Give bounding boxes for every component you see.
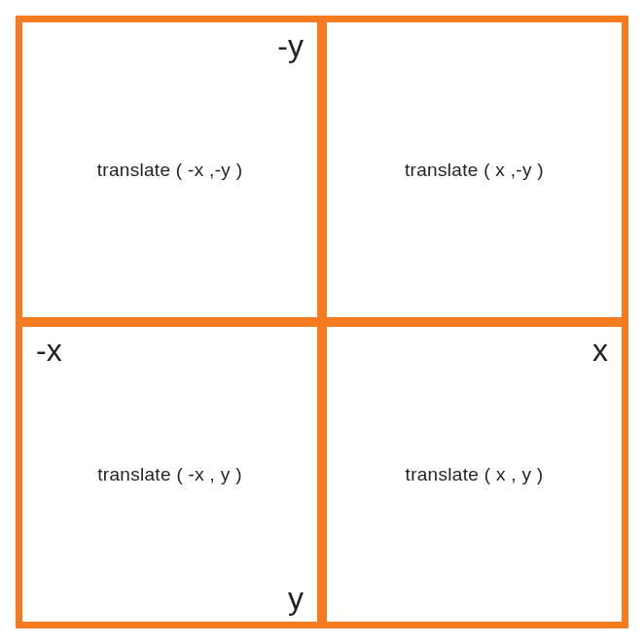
- quadrant-top-left: -y translate ( -x ,-y ): [22, 22, 322, 322]
- axis-label-pos-y: y: [288, 583, 304, 614]
- axis-label-neg-x: -x: [36, 335, 62, 366]
- quadrant-text: translate ( x ,-y ): [405, 160, 544, 181]
- axis-label-pos-x: x: [592, 335, 608, 366]
- quadrant-text: translate ( -x ,-y ): [97, 160, 243, 181]
- quadrant-bottom-left: -x translate ( -x , y ) y: [22, 322, 322, 622]
- translate-quadrant-grid: -y translate ( -x ,-y ) translate ( x ,-…: [16, 16, 628, 628]
- quadrant-text: translate ( x , y ): [406, 464, 544, 485]
- quadrant-text: translate ( -x , y ): [97, 464, 242, 485]
- quadrant-top-right: translate ( x ,-y ): [322, 22, 622, 322]
- axis-label-neg-y: -y: [277, 30, 304, 61]
- quadrant-bottom-right: x translate ( x , y ): [322, 322, 622, 622]
